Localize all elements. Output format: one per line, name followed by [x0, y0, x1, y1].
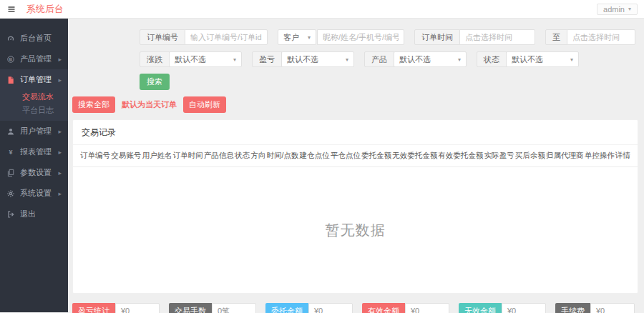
sidebar-item-label: 报表管理	[20, 146, 52, 157]
table-column-header: 时间/点数	[266, 151, 298, 161]
summary-valid-amount: 有效金额 ¥0	[362, 303, 449, 313]
rise-fall-select[interactable]: 默认不选 ▾	[169, 51, 242, 67]
sidebar-subitem-label: 平台日志	[22, 105, 54, 116]
sidebar-subitem-trade-records[interactable]: 交易流水	[0, 90, 68, 104]
table-column-header: 单控操作	[585, 151, 615, 161]
table-header-row: 订单编号 交易账号 用户姓名 订单时间 产品信息 状态 方向 时间/点数 建仓点…	[73, 145, 638, 167]
chevron-right-icon: ▸	[58, 128, 62, 135]
table-column-header: 无效委托金额	[392, 151, 437, 161]
svg-text:B: B	[9, 57, 13, 61]
table-empty-state: 暂无数据	[73, 167, 638, 293]
table-column-header: 方向	[250, 151, 265, 161]
search-button[interactable]: 搜索	[140, 74, 170, 90]
profit-loss-select[interactable]: 默认不选 ▾	[281, 51, 354, 67]
dashboard-icon	[6, 34, 15, 43]
sidebar-item-label: 参数设置	[20, 167, 52, 178]
sidebar-item-label: 后台首页	[20, 33, 52, 44]
user-menu[interactable]: admin ▾	[597, 4, 638, 15]
summary-label: 手续费	[555, 303, 590, 313]
customer-input[interactable]	[317, 29, 404, 45]
product-icon: B	[6, 55, 15, 64]
summary-profit-loss: 盈亏统计 ¥0	[72, 303, 160, 313]
summary-fee: 手续费 ¥0	[555, 303, 635, 313]
summary-value: ¥0	[502, 303, 546, 313]
summary-value: ¥0	[405, 303, 449, 313]
default-today-note: 默认为当天订单	[122, 99, 177, 110]
table-column-header: 订单时间	[173, 151, 203, 161]
summary-label: 交易手数	[169, 303, 212, 313]
summary-label: 有效金额	[362, 303, 405, 313]
chevron-down-icon: ▾	[233, 56, 236, 63]
summary-entrust-amount: 委托金额 ¥0	[265, 303, 353, 313]
menu-toggle-icon[interactable]	[6, 5, 16, 14]
params-icon	[6, 169, 15, 177]
customer-type-select[interactable]: 客户 ▾	[278, 29, 316, 45]
svg-text:¥: ¥	[9, 149, 12, 156]
sidebar-item-home[interactable]: 后台首页	[0, 28, 68, 49]
sidebar-item-products[interactable]: B 产品管理 ▸	[0, 49, 68, 69]
summary-label: 无效金额	[459, 303, 502, 313]
action-row: 搜索全部 默认为当天订单 自动刷新	[72, 96, 644, 113]
summary-value: ¥0	[115, 303, 160, 313]
table-column-header: 实际盈亏	[484, 151, 514, 161]
chevron-right-icon: ▸	[58, 190, 62, 197]
summary-value: ¥0	[590, 303, 635, 313]
table-column-header: 详情	[615, 151, 630, 161]
trade-records-panel: 交易记录 订单编号 交易账号 用户姓名 订单时间 产品信息 状态 方向 时间/点…	[72, 119, 638, 294]
filter-row-2: 涨跌 默认不选 ▾ 盈亏 默认不选 ▾ 产品 默认不选 ▾	[140, 51, 644, 67]
summary-trade-count: 交易手数 0笔	[169, 303, 256, 313]
sidebar: 后台首页 B 产品管理 ▸ 订单管理 ▸ 交易流水 平台日志	[0, 19, 68, 312]
table-column-header: 状态	[235, 151, 250, 161]
chevron-down-icon: ▾	[458, 56, 461, 63]
sidebar-item-label: 订单管理	[20, 74, 52, 85]
app-title: 系统后台	[26, 3, 64, 16]
table-column-header: 交易账号	[111, 151, 141, 161]
sidebar-item-label: 退出	[20, 209, 36, 219]
product-label: 产品	[364, 51, 394, 67]
summary-label: 盈亏统计	[72, 303, 115, 313]
product-value: 默认不选	[399, 54, 431, 65]
chevron-right-icon: ▸	[58, 149, 62, 156]
empty-data-text: 暂无数据	[326, 221, 386, 240]
sidebar-item-users[interactable]: 用户管理 ▸	[0, 121, 68, 141]
table-column-header: 平仓点位	[331, 151, 361, 161]
table-column-header: 委托金额	[361, 151, 391, 161]
sidebar-item-system-settings[interactable]: 系统设置 ▸	[0, 183, 68, 204]
summary-row: 盈亏统计 ¥0 交易手数 0笔 委托金额 ¥0 有效金额 ¥0 无效金额 ¥0 …	[72, 303, 638, 313]
order-icon	[6, 76, 15, 84]
chevron-down-icon: ▾	[628, 6, 631, 12]
table-column-header: 买后余额	[515, 151, 545, 161]
sidebar-item-reports[interactable]: ¥ 报表管理 ▸	[0, 141, 68, 162]
product-select[interactable]: 默认不选 ▾	[394, 51, 467, 67]
chevron-right-icon: ▸	[58, 56, 62, 63]
table-column-header: 有效委托金额	[438, 151, 483, 161]
table-column-header: 产品信息	[204, 151, 234, 161]
sidebar-subitem-platform-logs[interactable]: 平台日志	[0, 104, 68, 117]
chevron-right-icon: ▸	[58, 76, 62, 84]
order-time-end-input[interactable]	[567, 29, 635, 45]
gear-icon	[6, 189, 15, 198]
sidebar-item-orders[interactable]: 订单管理 ▸	[0, 69, 68, 90]
order-no-input[interactable]	[185, 29, 268, 45]
sidebar-item-logout[interactable]: 退出	[0, 204, 68, 224]
customer-type-value: 客户	[283, 32, 299, 43]
auto-refresh-button[interactable]: 自动刷新	[183, 96, 226, 113]
status-label: 状态	[477, 51, 507, 67]
order-time-label: 订单时间	[414, 29, 460, 45]
order-no-label: 订单编号	[140, 29, 185, 45]
summary-value: 0笔	[212, 303, 256, 313]
sidebar-item-label: 系统设置	[20, 188, 52, 199]
topbar: 系统后台 admin ▾	[0, 0, 644, 19]
status-select[interactable]: 默认不选 ▾	[506, 51, 579, 67]
sidebar-item-parameters[interactable]: 参数设置 ▸	[0, 162, 68, 183]
search-all-button[interactable]: 搜索全部	[72, 96, 115, 113]
to-label: 至	[545, 29, 567, 45]
table-column-header: 订单编号	[80, 151, 110, 161]
logout-icon	[6, 210, 15, 219]
order-time-start-input[interactable]	[459, 29, 535, 45]
profit-loss-label: 盈亏	[252, 51, 282, 67]
profit-loss-value: 默认不选	[287, 54, 318, 65]
filter-row-1: 订单编号 客户 ▾ 订单时间 至	[140, 29, 644, 45]
table-column-header: 归属代理商	[546, 151, 584, 161]
sidebar-item-label: 用户管理	[20, 126, 52, 136]
